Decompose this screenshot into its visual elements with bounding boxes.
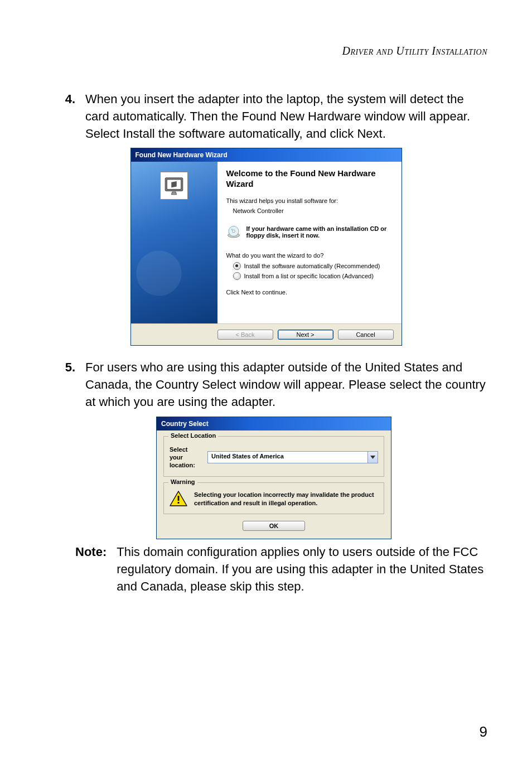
step-4: 4. When you insert the adapter into the … xyxy=(45,91,487,142)
radio-auto-label: Install the software automatically (Reco… xyxy=(244,263,380,269)
chevron-down-icon xyxy=(367,452,378,463)
select-location-group: Select Location Select your location: Un… xyxy=(163,436,384,477)
step-5-text: For users who are using this adapter out… xyxy=(85,359,487,410)
radio-dot-icon xyxy=(233,262,241,270)
step-4-number: 4. xyxy=(45,91,85,142)
wizard-cd-note: If your hardware came with an installati… xyxy=(246,225,390,239)
back-button: < Back xyxy=(217,330,273,340)
wizard-click-next: Click Next to continue. xyxy=(226,289,390,296)
warning-text: Selecting your location incorrectly may … xyxy=(194,491,378,507)
country-select-dialog: Country Select Select Location Select yo… xyxy=(156,417,391,540)
step-5-number: 5. xyxy=(45,359,85,410)
found-new-hardware-wizard: Found New Hardware Wizard Welcome to the… xyxy=(130,148,402,346)
note-text: This domain configuration applies only t… xyxy=(117,544,487,595)
radio-install-automatically[interactable]: Install the software automatically (Reco… xyxy=(233,262,390,270)
wizard-welcome-heading: Welcome to the Found New Hardware Wizard xyxy=(226,168,390,190)
note-label: Note: xyxy=(75,544,117,595)
country-select-titlebar: Country Select xyxy=(157,417,391,430)
wizard-device-name: Network Controller xyxy=(233,207,390,214)
wizard-help-line: This wizard helps you install software f… xyxy=(226,197,390,204)
warning-group: Warning Selecting your location incorrec… xyxy=(163,482,384,515)
wizard-side-panel xyxy=(131,162,217,323)
country-dropdown[interactable]: United States of America xyxy=(207,451,378,463)
cd-icon xyxy=(226,225,241,240)
wizard-titlebar: Found New Hardware Wizard xyxy=(131,148,402,162)
next-button[interactable]: Next > xyxy=(278,330,333,340)
warning-icon xyxy=(170,491,187,506)
select-location-legend: Select Location xyxy=(168,432,218,439)
select-location-label: Select your location: xyxy=(170,446,202,470)
svg-point-4 xyxy=(232,230,235,233)
country-dropdown-value: United States of America xyxy=(208,452,367,463)
radio-install-from-list[interactable]: Install from a list or specific location… xyxy=(233,272,390,280)
note-block: Note: This domain configuration applies … xyxy=(75,544,487,595)
step-4-text: When you insert the adapter into the lap… xyxy=(85,91,487,142)
page-number: 9 xyxy=(480,723,487,741)
hardware-icon xyxy=(160,172,188,200)
step-5: 5. For users who are using this adapter … xyxy=(45,359,487,410)
svg-rect-6 xyxy=(178,496,180,501)
radio-dot-icon xyxy=(233,272,241,280)
cancel-button[interactable]: Cancel xyxy=(338,330,394,340)
wizard-prompt: What do you want the wizard to do? xyxy=(226,252,390,259)
svg-rect-7 xyxy=(178,502,180,504)
page-header: Driver and Utility Installation xyxy=(45,45,487,57)
radio-list-label: Install from a list or specific location… xyxy=(244,273,374,279)
warning-legend: Warning xyxy=(168,478,197,485)
ok-button[interactable]: OK xyxy=(243,521,305,531)
svg-point-5 xyxy=(231,229,233,230)
